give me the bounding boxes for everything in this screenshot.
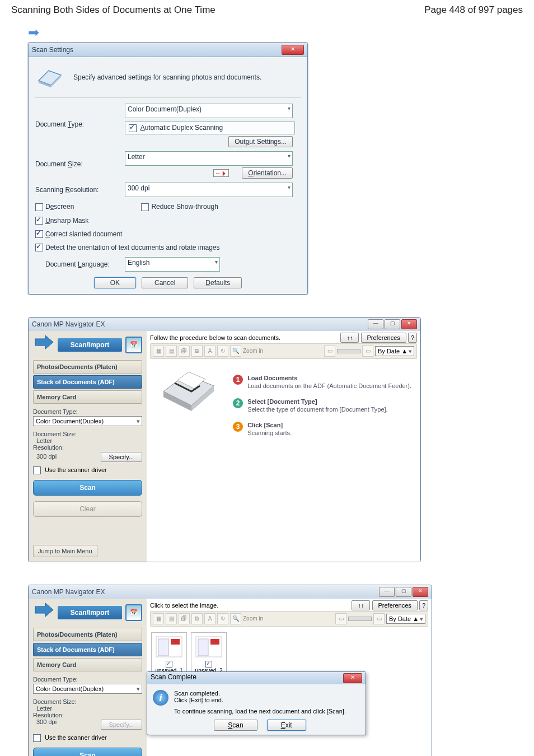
toolbar-icon: ▦ xyxy=(153,613,164,624)
scan-import-label: Scan/Import xyxy=(58,338,122,352)
unsharp-checkbox[interactable] xyxy=(35,217,43,225)
jump-main-menu-link[interactable]: Jump to Main Menu xyxy=(33,545,97,557)
doc-size-label: Document Size: xyxy=(33,431,142,437)
toolbar-icon: A xyxy=(204,613,216,624)
output-settings-button[interactable]: Output Settings... xyxy=(228,136,293,147)
doc-size-combo[interactable]: Letter xyxy=(125,151,293,166)
navigator-window: Canon MP Navigator EX — ▢ ✕ Scan/Import … xyxy=(28,317,421,562)
help-button[interactable]: ? xyxy=(419,600,428,610)
sort-combo[interactable]: By Date ▲ xyxy=(386,614,425,624)
toolbar-icon: A xyxy=(204,346,216,357)
clear-button: Clear xyxy=(33,501,142,517)
toolbar-icon: ▦ xyxy=(153,346,164,357)
maximize-icon[interactable]: ▢ xyxy=(396,587,411,597)
sort-combo[interactable]: By Date ▲ xyxy=(375,346,414,356)
info-icon: i xyxy=(153,690,168,706)
scan-button[interactable]: Scan xyxy=(33,480,142,496)
doc-type-combo[interactable]: Color Document(Duplex) xyxy=(33,684,142,694)
doc-size-label: Document Size: xyxy=(35,160,125,168)
reduce-checkbox[interactable] xyxy=(141,203,149,211)
doc-size-value: Letter xyxy=(36,705,142,712)
lang-label: Document Language: xyxy=(45,260,125,268)
popup-line2: Click [Exit] to end. xyxy=(174,697,346,703)
navigator-window-2: Canon MP Navigator EX — ▢ ✕ Scan/Import … xyxy=(28,585,432,756)
specify-button[interactable]: Specify... xyxy=(101,452,142,462)
minimize-icon[interactable]: — xyxy=(379,587,395,597)
intro-text: Specify advanced settings for scanning p… xyxy=(73,73,261,81)
minimize-icon[interactable]: — xyxy=(368,319,383,329)
rotate-icon: ↻ xyxy=(217,346,228,357)
popup-line3: To continue scanning, load the next docu… xyxy=(174,708,346,715)
zoom-label: Zoom in xyxy=(243,615,263,622)
doc-size-label: Document Size: xyxy=(33,698,142,705)
step-2-title: Select [Document Type] xyxy=(247,398,387,405)
svg-rect-4 xyxy=(210,639,219,645)
use-driver-checkbox[interactable] xyxy=(33,734,41,742)
resolution-label: Resolution: xyxy=(33,712,142,718)
popup-line1: Scan completed. xyxy=(174,690,346,697)
doc-type-combo[interactable]: Color Document(Duplex) xyxy=(33,416,142,426)
mode-adf-button[interactable]: Stack of Documents (ADF) xyxy=(33,375,142,389)
auto-duplex-checkbox[interactable] xyxy=(129,124,137,132)
popup-scan-button[interactable]: Scan xyxy=(214,720,257,731)
mode-adf-button[interactable]: Stack of Documents (ADF) xyxy=(33,643,142,656)
close-icon[interactable]: ✕ xyxy=(282,45,304,55)
toolbar-icon: ▭ xyxy=(335,613,346,624)
calendar-icon[interactable]: 📅 xyxy=(125,604,142,621)
defaults-button[interactable]: Defaults xyxy=(194,277,242,288)
maximize-icon[interactable]: ▢ xyxy=(385,319,400,329)
window-title: Canon MP Navigator EX xyxy=(32,588,105,596)
doc-type-combo[interactable]: Color Document(Duplex) xyxy=(125,104,293,118)
cancel-button[interactable]: Cancel xyxy=(142,277,188,288)
use-driver-checkbox[interactable] xyxy=(33,466,41,474)
ok-button[interactable]: OK xyxy=(94,277,136,288)
page-number: Page 448 of 997 pages xyxy=(424,4,523,16)
lang-combo[interactable]: English xyxy=(125,257,220,272)
scan-import-icon xyxy=(33,603,54,622)
preferences-button[interactable]: Preferences xyxy=(361,333,406,343)
step-3-desc: Scanning starts. xyxy=(247,430,292,436)
step-1-title: Load Documents xyxy=(247,375,411,381)
close-icon[interactable]: ✕ xyxy=(401,319,417,329)
doc-size-value: Letter xyxy=(36,437,142,444)
reduce-label: Reduce Show-through xyxy=(151,203,218,211)
close-icon[interactable]: ✕ xyxy=(413,587,428,597)
detect-checkbox[interactable] xyxy=(35,244,43,251)
thumbnail[interactable]: unsaved_2 xyxy=(191,632,227,674)
toolbar-icon: 🗐 xyxy=(179,346,190,357)
thumb-checkbox[interactable] xyxy=(205,661,212,668)
orientation-icon: ←⏵ xyxy=(213,169,229,177)
svg-rect-1 xyxy=(171,639,180,645)
thumb-checkbox[interactable] xyxy=(166,661,172,668)
descreen-label: Descreen xyxy=(45,203,74,211)
calendar-icon[interactable]: 📅 xyxy=(125,337,142,353)
close-icon[interactable]: ✕ xyxy=(343,673,362,683)
mode-platen-button[interactable]: Photos/Documents (Platen) xyxy=(33,360,142,374)
scan-button[interactable]: Scan xyxy=(33,748,142,756)
use-driver-label: Use the scanner driver xyxy=(45,466,107,473)
scan-import-icon xyxy=(33,335,54,354)
resolution-combo[interactable]: 300 dpi xyxy=(125,183,293,197)
toolbar-icon: ▭ xyxy=(324,346,335,357)
auto-duplex-label: Automatic Duplex Scanning xyxy=(140,124,223,132)
mode-platen-button[interactable]: Photos/Documents (Platen) xyxy=(33,628,142,641)
slanted-checkbox[interactable] xyxy=(35,230,43,238)
orientation-button[interactable]: Orientation... xyxy=(242,167,293,179)
instruction-text: Click to select the image. xyxy=(150,602,218,609)
unsharp-label: Unsharp Mask xyxy=(45,217,88,225)
popup-exit-button[interactable]: Exit xyxy=(267,720,306,731)
next-arrow-icon: ➡ xyxy=(28,25,534,40)
mode-memory-button[interactable]: Memory Card xyxy=(33,658,142,671)
scan-import-label: Scan/Import xyxy=(58,606,122,619)
mode-memory-button[interactable]: Memory Card xyxy=(33,390,142,404)
preferences-button[interactable]: Preferences xyxy=(372,600,418,610)
descreen-checkbox[interactable] xyxy=(35,203,43,211)
sort-toggle[interactable]: ↑↑ xyxy=(340,333,359,343)
sort-toggle[interactable]: ↑↑ xyxy=(352,600,370,610)
zoom-slider xyxy=(337,349,360,353)
resolution-value: 300 dpi xyxy=(36,718,57,730)
thumbnail[interactable]: unsaved_1 xyxy=(151,632,187,674)
resolution-label: Scanning Resolution: xyxy=(35,186,125,194)
help-button[interactable]: ? xyxy=(408,333,417,343)
scanner-icon xyxy=(38,67,62,87)
